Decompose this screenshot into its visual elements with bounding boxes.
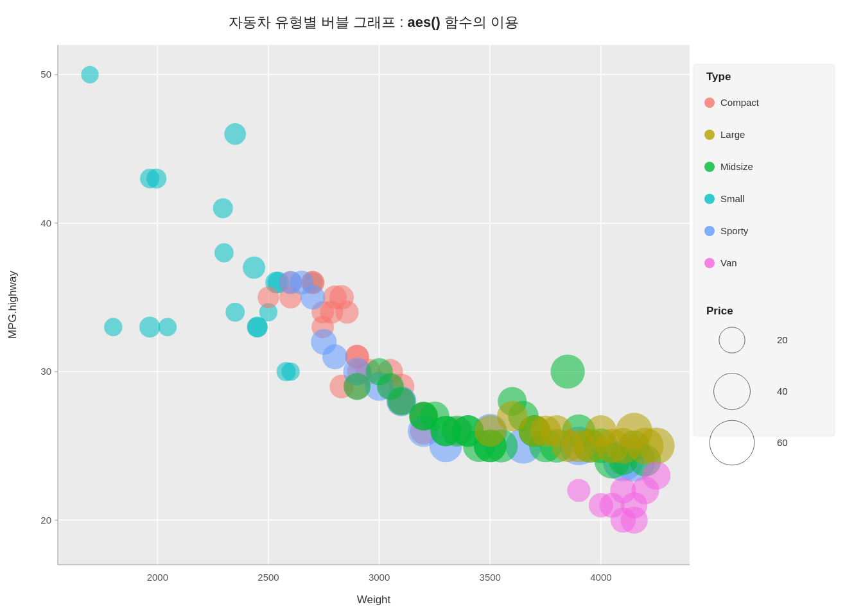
svg-point-23 [704,258,715,268]
bubble [344,373,370,400]
legend-type-label: Van [720,257,737,268]
bubble [225,303,245,322]
bubble [642,461,670,490]
x-tick-label: 4000 [590,572,611,583]
chart-container: 2000250030003500400020304050WeightMPG.hi… [0,0,863,616]
bubble [311,329,336,355]
bubble [277,362,296,381]
legend-type-label: Sporty [720,225,749,236]
bubble [243,257,265,279]
bubble [224,123,246,145]
bubble [213,198,233,218]
bubble-chart: 2000250030003500400020304050WeightMPG.hi… [0,0,863,616]
bubble [621,506,648,533]
y-axis-label: MPG.highway [6,271,19,339]
legend-type-title: Type [706,71,731,83]
x-tick-label: 2000 [147,572,168,583]
chart-title: 자동차 유형별 버블 그래프 : aes() 함수의 이용 [229,14,519,30]
bubble [550,355,584,389]
legend-price-title: Price [706,305,733,317]
bubble [159,318,177,336]
y-tick-label: 20 [40,515,51,526]
y-tick-label: 40 [40,218,51,228]
y-tick-label: 50 [40,69,51,80]
x-tick-label: 3000 [369,572,390,583]
bubble [214,243,234,262]
svg-point-19 [704,130,715,140]
legend-price-label: 20 [777,334,788,345]
x-tick-label: 2500 [257,572,279,583]
bubble [81,66,98,83]
bubble [638,427,675,464]
svg-point-18 [704,98,715,108]
svg-rect-1 [58,45,690,565]
legend-type-label: Large [720,129,745,140]
svg-point-22 [704,226,715,236]
legend-price-label: 40 [777,386,788,397]
bubble [257,287,279,309]
legend-type-label: Small [720,193,745,204]
legend-type-label: Compact [720,97,760,108]
bubble [139,316,160,337]
bubble [104,318,122,336]
bubble [140,169,160,189]
bubble [279,271,302,294]
svg-rect-17 [693,64,835,436]
bubble [323,286,347,309]
svg-point-21 [704,194,715,204]
x-tick-label: 3500 [480,572,501,583]
bubble [567,479,590,502]
legend-type-label: Midsize [720,161,753,172]
svg-point-20 [704,162,715,172]
y-tick-label: 30 [40,366,51,377]
x-axis-label: Weight [357,594,391,606]
legend-price-label: 60 [777,437,788,448]
